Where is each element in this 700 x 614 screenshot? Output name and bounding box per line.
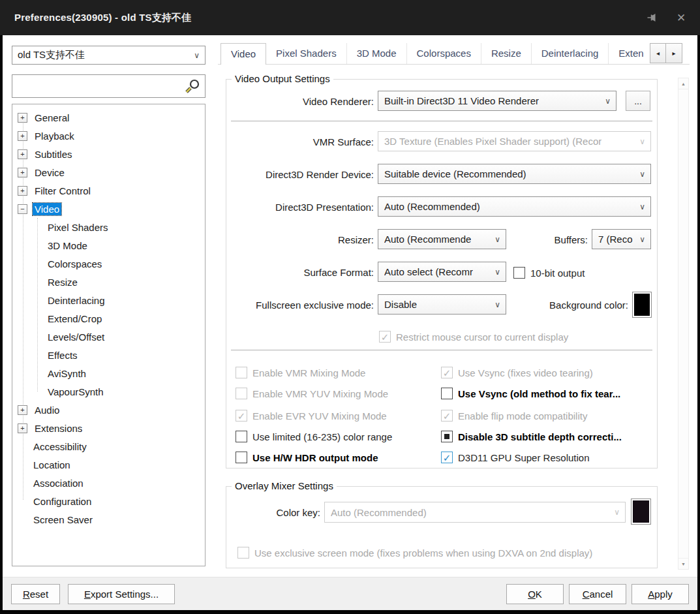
ok-button[interactable]: OK	[506, 584, 564, 604]
disable-3d-subtitle-depth-checkbox[interactable]: Disable 3D subtitle depth correcti...	[441, 429, 622, 444]
expand-plus-icon[interactable]: +	[18, 113, 27, 123]
tree-item-3d-mode[interactable]: 3D Mode	[12, 236, 205, 254]
checkbox-indeterminate[interactable]	[441, 431, 453, 442]
tree-item-avisynth[interactable]: AviSynth	[12, 364, 205, 382]
video-renderer-combobox[interactable]: Built-in Direct3D 11 Video Renderer ∨	[378, 91, 616, 111]
preset-combobox[interactable]: old TS支持不佳 ∨	[12, 46, 205, 65]
tree-item-vapoursynth[interactable]: VapourSynth	[12, 382, 205, 401]
tab-deinterlacing[interactable]: Deinterlacing	[532, 43, 609, 64]
expand-plus-icon[interactable]: +	[18, 168, 27, 177]
surface-format-combobox[interactable]: Auto select (Recomr ∨	[378, 262, 506, 282]
tree-item-effects[interactable]: Effects	[12, 346, 205, 364]
vertical-scrollbar[interactable]: ▲ ▼	[678, 78, 689, 570]
chevron-down-icon: ∨	[639, 236, 645, 243]
checkbox-checked[interactable]	[441, 452, 453, 463]
video-renderer-label: Video Renderer:	[226, 96, 374, 107]
tree-item-association[interactable]: Association	[12, 474, 205, 492]
tab-colorspaces[interactable]: Colorspaces	[407, 43, 481, 64]
cancel-button[interactable]: Cancel	[569, 584, 626, 604]
search-icon[interactable]	[184, 78, 201, 97]
tree-item-screen-saver[interactable]: Screen Saver	[12, 510, 205, 529]
tab-content: Video Output Settings Video Renderer: Bu…	[218, 64, 690, 571]
checkbox[interactable]	[441, 388, 453, 399]
tab-scroll-right-icon[interactable]: ▸	[666, 43, 682, 63]
tab-resize[interactable]: Resize	[481, 43, 532, 64]
tree-item-extend-crop[interactable]: Extend/Crop	[12, 309, 205, 328]
background-color-swatch[interactable]	[632, 292, 652, 318]
tab-3d-mode[interactable]: 3D Mode	[347, 43, 407, 64]
window-title: Preferences(230905) - old TS支持不佳	[14, 12, 192, 24]
settings-tree: + General + Playback + Subtitles + Devic…	[12, 104, 205, 566]
tab-pixel-shaders[interactable]: Pixel Shaders	[266, 43, 347, 64]
fullscreen-exclusive-combobox[interactable]: Disable ∨	[378, 294, 506, 315]
main-area: old TS支持不佳 ∨ + General +	[3, 35, 697, 577]
tree-item-colorspaces[interactable]: Colorspaces	[12, 254, 205, 273]
close-icon[interactable]: ✕	[674, 10, 688, 25]
use-vsync-checkbox: Use Vsync (fixes video tearing)	[441, 365, 593, 380]
background-color-label: Background color:	[500, 299, 628, 311]
d3d11-gpu-super-resolution-checkbox[interactable]: D3D11 GPU Super Resolution	[441, 450, 590, 465]
tree-item-resize[interactable]: Resize	[12, 273, 205, 291]
tree-item-general[interactable]: + General	[12, 108, 205, 127]
vmr-surface-label: VMR Surface:	[226, 136, 374, 147]
expand-minus-icon[interactable]: −	[18, 204, 27, 214]
tree-item-extensions[interactable]: + Extensions	[12, 419, 205, 437]
tree-item-location[interactable]: Location	[12, 455, 205, 474]
limited-color-range-checkbox[interactable]: Use limited (16-235) color range	[236, 429, 392, 444]
hw-hdr-output-checkbox[interactable]: Use H/W HDR output mode	[236, 450, 378, 465]
flip-mode-compat-checkbox: Enable flip mode compatibility	[441, 408, 587, 423]
preferences-dialog: Preferences(230905) - old TS支持不佳 ✕ old T…	[0, 0, 700, 614]
tree-item-accessibility[interactable]: Accessibility	[12, 437, 205, 455]
tree-item-device[interactable]: + Device	[12, 163, 205, 181]
scrollbar-down-icon[interactable]: ▼	[678, 558, 688, 569]
preset-value: old TS支持不佳	[18, 49, 85, 61]
expand-plus-icon[interactable]: +	[18, 423, 27, 433]
expand-plus-icon[interactable]: +	[18, 131, 27, 141]
video-renderer-more-button[interactable]: ...	[626, 91, 650, 111]
tree-item-filter-control[interactable]: + Filter Control	[12, 181, 205, 200]
tab-extend-crop[interactable]: Exten	[609, 43, 650, 64]
title-bar: Preferences(230905) - old TS支持不佳 ✕	[0, 0, 700, 35]
ten-bit-output-checkbox[interactable]: 10-bit output	[513, 265, 585, 281]
checkbox[interactable]	[236, 452, 247, 463]
checkbox[interactable]	[513, 267, 525, 279]
chevron-down-icon: ∨	[614, 508, 620, 516]
tree-item-levels-offset[interactable]: Levels/Offset	[12, 328, 205, 346]
tree-item-subtitles[interactable]: + Subtitles	[12, 145, 205, 163]
checkbox	[236, 410, 247, 422]
search-input[interactable]	[16, 77, 183, 95]
tab-video[interactable]: Video	[221, 43, 266, 65]
d3d-render-device-label: Direct3D Render Device:	[226, 169, 374, 180]
vmr-surface-combobox: 3D Texture (Enables Pixel Shader support…	[378, 131, 651, 151]
use-vsync-old-checkbox[interactable]: Use Vsync (old method to fix tear...	[441, 386, 620, 401]
reset-button[interactable]: Reset	[11, 584, 60, 604]
tree-video-children: Pixel Shaders 3D Mode Colorspaces Resize…	[12, 218, 205, 401]
export-settings-button[interactable]: Export Settings...	[68, 584, 175, 604]
buffers-label: Buffers:	[489, 234, 588, 245]
expand-plus-icon[interactable]: +	[18, 186, 27, 196]
apply-button[interactable]: Apply	[632, 584, 689, 604]
tab-scroll-left-icon[interactable]: ◂	[650, 43, 666, 63]
chevron-down-icon: ∨	[495, 301, 500, 309]
search-box	[12, 74, 205, 98]
d3d-presentation-combobox[interactable]: Auto (Recommended) ∨	[378, 196, 651, 217]
surface-format-label: Surface Format:	[226, 267, 374, 278]
tree-item-playback[interactable]: + Playback	[12, 127, 205, 145]
expand-plus-icon[interactable]: +	[18, 405, 27, 415]
footer-bar: Reset Export Settings... OK Cancel Apply	[3, 577, 697, 610]
tree-item-configuration[interactable]: Configuration	[12, 492, 205, 510]
pin-icon[interactable]	[645, 10, 660, 25]
buffers-combobox[interactable]: 7 (Reco ∨	[592, 229, 651, 249]
tree-item-deinterlacing[interactable]: Deinterlacing	[12, 291, 205, 309]
separator	[231, 350, 652, 350]
tree-item-video[interactable]: − Video	[12, 200, 205, 218]
tree-item-audio[interactable]: + Audio	[12, 401, 205, 419]
tree-item-pixel-shaders[interactable]: Pixel Shaders	[12, 218, 205, 236]
checkbox[interactable]	[236, 431, 247, 442]
resizer-combobox[interactable]: Auto (Recommende ∨	[378, 229, 506, 249]
d3d-render-device-combobox[interactable]: Suitable device (Recommended) ∨	[378, 164, 651, 184]
color-key-swatch[interactable]	[631, 499, 651, 525]
tab-bar: Video Pixel Shaders 3D Mode Colorspaces …	[218, 43, 650, 65]
expand-plus-icon[interactable]: +	[18, 149, 27, 159]
scrollbar-up-icon[interactable]: ▲	[678, 78, 688, 89]
